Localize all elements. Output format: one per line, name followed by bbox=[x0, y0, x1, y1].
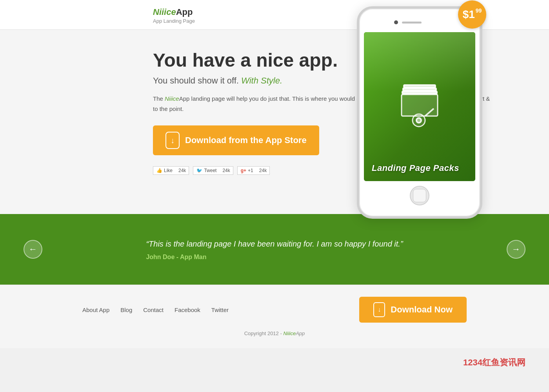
footer-inner: About App Blog Contact Facebook Twitter … bbox=[59, 297, 490, 323]
copyright-niiice: Niiice bbox=[283, 330, 296, 336]
footer-nav: About App Blog Contact Facebook Twitter bbox=[82, 307, 229, 313]
price-cents: 99 bbox=[476, 7, 482, 14]
svg-point-5 bbox=[416, 118, 421, 123]
testimonial-prev-button[interactable]: ← bbox=[24, 240, 42, 259]
twitter-icon: 🐦 bbox=[196, 168, 202, 173]
copyright: Copyright 2012 - NiiiceApp bbox=[0, 323, 549, 340]
phone-home-button bbox=[410, 186, 429, 205]
app-icon-svg bbox=[392, 77, 447, 132]
phone-app-name: Landing Page Packs bbox=[368, 163, 471, 173]
download-appstore-label: Download from the App Store bbox=[185, 135, 307, 145]
footer-blog-link[interactable]: Blog bbox=[120, 307, 132, 313]
download-now-icon: ↓ bbox=[373, 302, 385, 317]
gplus-button[interactable]: g+ +1 24k bbox=[237, 166, 270, 175]
gplus-icon: g+ bbox=[241, 168, 246, 173]
download-now-label: Download Now bbox=[391, 305, 453, 315]
phone-mockup: $1 99 bbox=[349, 6, 490, 219]
footer-twitter-link[interactable]: Twitter bbox=[211, 307, 229, 313]
svg-rect-2 bbox=[402, 91, 437, 94]
hero-section: You have a nice app. You should show it … bbox=[0, 30, 549, 214]
phone-body: Landing Page Packs bbox=[357, 6, 482, 219]
phone-home-btn-inner bbox=[413, 189, 426, 202]
phone-speaker bbox=[402, 22, 422, 24]
fb-like-label: Like bbox=[164, 168, 173, 173]
footer-facebook-link[interactable]: Facebook bbox=[175, 307, 200, 313]
tagline-plain: You should show it off. bbox=[153, 76, 239, 85]
testimonial-content: “This is the landing page I have been wa… bbox=[99, 238, 450, 261]
gplus-btn[interactable]: g+ +1 bbox=[237, 166, 256, 175]
phone-screen: Landing Page Packs bbox=[364, 32, 475, 181]
copyright-plain: Copyright 2012 - bbox=[244, 330, 282, 336]
copyright-app: App bbox=[296, 330, 305, 336]
testimonial-quote: “This is the landing page I have been wa… bbox=[146, 238, 403, 250]
testimonial-author: John Doe - App Man bbox=[146, 254, 403, 261]
phone-app-screen: Landing Page Packs bbox=[364, 32, 475, 181]
svg-rect-3 bbox=[402, 94, 438, 116]
download-appstore-button[interactable]: Download from the App Store bbox=[153, 125, 319, 155]
description-niiice: Niiice bbox=[165, 95, 179, 102]
testimonial-section: ← “This is the landing page I have been … bbox=[0, 214, 549, 285]
fb-like-count: 24k bbox=[176, 166, 189, 175]
watermark: 1234红鱼资讯网 bbox=[463, 357, 525, 368]
fb-like-btn[interactable]: 👍 Like bbox=[153, 166, 176, 175]
logo-niiice: Niiice bbox=[153, 7, 176, 17]
facebook-like-button[interactable]: 👍 Like 24k bbox=[153, 166, 189, 175]
download-icon bbox=[165, 132, 180, 149]
footer-contact-link[interactable]: Contact bbox=[143, 307, 164, 313]
testimonial-next-button[interactable]: → bbox=[507, 240, 525, 259]
tweet-label: Tweet bbox=[204, 168, 216, 173]
svg-rect-1 bbox=[403, 88, 436, 91]
tagline-styled: With Style. bbox=[241, 76, 282, 85]
facebook-icon: 👍 bbox=[156, 168, 162, 173]
logo-app: App bbox=[176, 7, 193, 17]
phone-camera bbox=[394, 20, 398, 24]
download-now-button[interactable]: ↓ Download Now bbox=[359, 297, 467, 323]
svg-rect-0 bbox=[404, 85, 435, 87]
price-dollar: $1 bbox=[463, 9, 475, 20]
footer: About App Blog Contact Facebook Twitter … bbox=[0, 285, 549, 348]
twitter-tweet-button[interactable]: 🐦 Tweet 24k bbox=[193, 166, 233, 175]
footer-about-link[interactable]: About App bbox=[82, 307, 109, 313]
gplus-label: +1 bbox=[248, 168, 253, 173]
gplus-count: 24k bbox=[256, 166, 270, 175]
tweet-count: 24k bbox=[220, 166, 233, 175]
tw-tweet-btn[interactable]: 🐦 Tweet bbox=[193, 166, 220, 175]
price-badge: $1 99 bbox=[458, 0, 486, 29]
